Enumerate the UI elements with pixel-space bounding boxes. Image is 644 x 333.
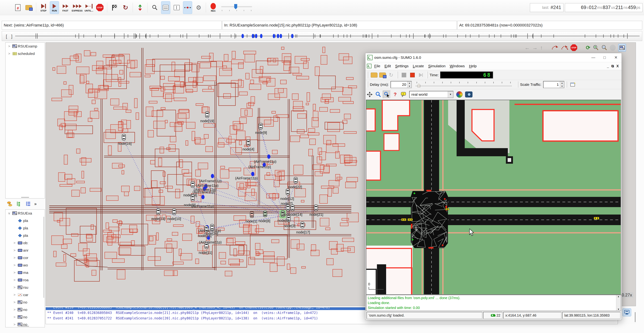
expand-chevron[interactable]: > — [12, 323, 17, 327]
sumo-vehicle[interactable] — [446, 208, 449, 210]
step-button[interactable]: STEP — [39, 1, 48, 14]
sumo-vehicle[interactable] — [408, 218, 412, 221]
show-module-inspector-button[interactable] — [618, 44, 626, 51]
panel-resize-notch[interactable] — [21, 326, 29, 327]
module-item-RSUExa-0[interactable]: vRSUExa — [6, 210, 45, 217]
back-icon[interactable]: ← — [524, 45, 530, 50]
node-car-node19[interactable] — [205, 111, 210, 118]
layout-split-horizontal-button[interactable] — [161, 1, 170, 14]
object-navigator-panel[interactable]: >RSUExamp>scheduled — [5, 42, 45, 198]
scroll-up-icon[interactable]: ▲ — [617, 295, 620, 298]
nav-item-scheduled-1[interactable]: >scheduled — [6, 50, 45, 57]
sumo-log-scrollbar[interactable]: ▲ ▼ — [616, 295, 621, 311]
sumo-vehicle[interactable] — [594, 217, 599, 220]
zoom-in-icon[interactable] — [593, 45, 599, 51]
expand-chevron[interactable]: v — [6, 211, 12, 215]
new-view-button[interactable] — [569, 81, 577, 88]
airframe-dot[interactable] — [201, 195, 204, 199]
sumo-vehicle[interactable] — [401, 218, 406, 221]
expand-chevron[interactable]: > — [6, 52, 12, 56]
node-car-node16[interactable] — [122, 134, 126, 141]
stop-button[interactable]: STOP — [95, 1, 104, 14]
toolbar-overflow-chevron[interactable]: » — [34, 201, 36, 206]
up-icon[interactable]: ↑ — [540, 45, 543, 50]
toggle-timeline-button[interactable] — [183, 1, 192, 14]
node-car-nodnode14[interactable] — [286, 205, 295, 212]
animation-speed-slider[interactable] — [221, 4, 252, 11]
express-run-button[interactable]: EXPRESS — [72, 1, 82, 14]
menu-simulation[interactable]: Simulation — [426, 63, 448, 69]
panel-resize-notch[interactable] — [21, 197, 29, 198]
expand-chevron[interactable]: > — [12, 315, 17, 319]
expand-chevron[interactable]: > — [12, 300, 17, 304]
expand-chevron[interactable]: > — [12, 308, 17, 312]
node-car-node17[interactable] — [300, 222, 305, 229]
event-timeline[interactable]: [ ] — [2, 31, 642, 41]
event-filter-button[interactable] — [136, 1, 145, 14]
find-button[interactable] — [150, 1, 159, 14]
node-car-node21[interactable] — [314, 205, 318, 212]
sumo-message-log[interactable]: Loading additional-files from 'osm.poly.… — [366, 295, 621, 311]
slider-handle[interactable] — [418, 83, 420, 87]
node-car-node0[interactable] — [190, 195, 195, 202]
module-item-wo-7[interactable]: >wo — [6, 262, 45, 269]
menu-locate[interactable]: Locate — [411, 63, 426, 69]
expand-chevron[interactable]: > — [12, 248, 17, 252]
module-tree-panel[interactable]: vRSUExaplaplapla>ob:>anr>cor>wo>ma>roa>r… — [5, 209, 45, 327]
tree-scrollbar[interactable] — [44, 217, 44, 298]
menu-file[interactable]: File — [372, 63, 382, 69]
record-eventlog-button[interactable]: REC — [208, 1, 218, 14]
menu-windows[interactable]: Windows — [448, 63, 467, 69]
mdi-restore-button[interactable]: ⧉ — [611, 64, 614, 68]
module-item-ob-4[interactable]: >ob: — [6, 239, 45, 247]
delay-spinbox[interactable]: 20 ▲▼ — [390, 81, 412, 88]
node-car-node12[interactable] — [286, 189, 290, 196]
expand-chevron[interactable]: > — [12, 256, 17, 260]
expand-chevron[interactable]: > — [12, 241, 17, 245]
snapshot-button[interactable] — [465, 91, 472, 97]
inspect-tool-button[interactable] — [383, 91, 390, 98]
reload-button[interactable]: ↻ — [387, 71, 395, 79]
zoom-tool-button[interactable] — [374, 91, 382, 98]
node-car-node8[interactable] — [263, 211, 268, 218]
scale-traffic-spinbox[interactable]: 1 ▲▼ — [543, 81, 564, 88]
slider-handle[interactable] — [234, 4, 237, 9]
module-item-ma-8[interactable]: >ma — [6, 269, 45, 276]
stop-sim-button[interactable] — [408, 71, 416, 79]
stop-icon[interactable]: STOP — [570, 44, 577, 51]
fast-until-module-icon[interactable] — [561, 45, 568, 51]
nav-item-RSUExamp-0[interactable]: >RSUExamp — [6, 42, 45, 50]
scroll-down-icon[interactable]: ▼ — [617, 308, 620, 311]
maximize-button[interactable]: □ — [599, 53, 610, 62]
sumo-titlebar[interactable]: osm.sumo.cfg - SUMO 1.6.0 — □ ✕ — [366, 53, 622, 62]
run-until-module-icon[interactable] — [552, 45, 558, 51]
node-car-node18[interactable] — [190, 181, 195, 188]
menu-edit[interactable]: Edit — [382, 63, 393, 69]
tree-mode-icon[interactable] — [16, 201, 22, 207]
open-config-button[interactable] — [370, 71, 378, 79]
node-car-node1[interactable] — [250, 211, 254, 218]
close-button[interactable]: ✕ — [610, 53, 622, 62]
node-car-node10[interactable] — [172, 209, 176, 216]
step-sim-button[interactable] — [417, 71, 425, 79]
expand-chevron[interactable]: > — [12, 263, 17, 267]
node-car-node9[interactable] — [258, 123, 263, 130]
airframe-dot[interactable] — [211, 174, 214, 178]
setup-inifile-button[interactable]: # — [13, 1, 22, 14]
module-item-rsu-10[interactable]: >rsu — [6, 284, 45, 291]
open-network-button[interactable] — [379, 71, 386, 79]
edit-coloring-button[interactable] — [456, 91, 462, 98]
node-car-node13[interactable] — [156, 209, 160, 216]
zoom-out-icon[interactable] — [601, 45, 607, 51]
log-scrollbar[interactable] — [635, 312, 636, 322]
expand-chevron[interactable]: > — [6, 44, 12, 48]
module-item-car-11[interactable]: >car — [6, 291, 45, 299]
module-item-pla-3[interactable]: pla — [6, 232, 45, 239]
spin-buttons[interactable]: ▲▼ — [560, 81, 564, 88]
node-car-node22[interactable] — [294, 177, 298, 184]
module-item-pla-2[interactable]: pla — [6, 224, 45, 232]
menu-settings[interactable]: Settings — [393, 63, 411, 69]
delay-slider[interactable] — [414, 81, 513, 88]
module-item-cor-6[interactable]: >cor — [6, 254, 45, 262]
layout-split-vertical-button[interactable] — [172, 1, 181, 14]
